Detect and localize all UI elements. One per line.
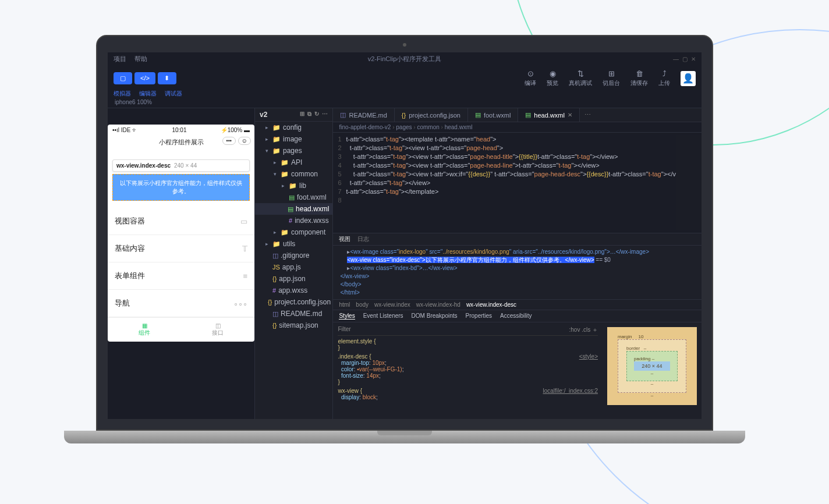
phone-status-time: 10:01 <box>172 127 186 133</box>
file-node-head.wxml[interactable]: ▤head.wxml <box>255 203 332 215</box>
devtools-tab-elements[interactable]: 视图 <box>339 235 350 243</box>
list-item[interactable]: 视图容器▭ <box>108 208 254 235</box>
file-node-.gitignore[interactable]: ◫.gitignore <box>255 250 332 261</box>
close-icon[interactable]: ✕ <box>691 56 696 62</box>
md-icon: ◫ <box>272 252 278 260</box>
inspect-tab-accessibility[interactable]: Accessibility <box>500 313 532 320</box>
styles-hov-cls[interactable]: :hov .cls ＋ <box>569 326 598 334</box>
editor-tab-project.config.json[interactable]: {}project.config.json <box>395 108 468 122</box>
toolbar-icon: ◉ <box>550 69 556 78</box>
toolbar-simulator-button[interactable]: ▢ <box>114 72 132 84</box>
dom-crumb-item[interactable]: body <box>356 301 369 308</box>
toolbar-debugger-button[interactable]: ⬍ <box>158 72 176 84</box>
devtools-panel: 视图 日志 ▸<wx-image class="index-logo" src=… <box>333 233 702 419</box>
devtools-tab-console[interactable]: 日志 <box>357 235 369 243</box>
md-icon: ◫ <box>340 111 346 119</box>
phone-tab-组件[interactable]: ▦组件 <box>108 318 181 342</box>
laptop-frame: 项目 帮助 v2-FinClip小程序开发工具 — ▢ ✕ ▢ </> ⬍ ⊙编… <box>96 35 713 443</box>
wxml-icon: ▤ <box>288 205 293 213</box>
menu-help[interactable]: 帮助 <box>134 55 147 63</box>
close-tab-icon[interactable]: ✕ <box>568 112 572 118</box>
toolbar-editor-label: 编辑器 <box>139 90 157 98</box>
folder-icon: 📁 <box>281 159 289 166</box>
inspect-tab-styles[interactable]: Styles <box>339 313 355 320</box>
file-node-project.config.json[interactable]: {}project.config.json <box>255 296 332 308</box>
editor-tab-head.wxml[interactable]: ▤head.wxml✕ <box>518 108 580 122</box>
menu-project[interactable]: 项目 <box>114 55 126 63</box>
editor-tab-foot.wxml[interactable]: ▤foot.wxml <box>468 108 518 122</box>
file-node-index.wxss[interactable]: #index.wxss <box>255 215 332 226</box>
window-title: v2-FinClip小程序开发工具 <box>368 55 442 63</box>
laptop-base <box>64 431 745 443</box>
inspect-tab-properties[interactable]: Properties <box>466 313 493 320</box>
editor-panel: ◫README.md{}project.config.json▤foot.wxm… <box>333 108 702 419</box>
dom-crumb-item[interactable]: wx-view.index-desc <box>466 301 516 308</box>
list-item[interactable]: 基础内容𝕋 <box>108 235 254 262</box>
inspect-tab-dom-breakpoints[interactable]: DOM Breakpoints <box>412 313 458 320</box>
phone-preview: ••ıl IDE ᯤ 10:01 ⚡100% ▬ 小程序组件展示 ••• ⊙ <box>108 125 254 342</box>
file-explorer: v2 ⊞⧉↻⋯ ▸📁config▸📁image▾📁pages▸📁API▾📁com… <box>254 108 333 419</box>
tree-action-icon[interactable]: ⧉ <box>307 111 311 119</box>
dom-crumb-item[interactable]: wx-view.index-hd <box>416 301 460 308</box>
wxss-icon: # <box>272 287 276 294</box>
inspect-tooltip: wx-view.index-desc240 × 44 <box>112 159 250 172</box>
list-item[interactable]: 表单组件≡ <box>108 262 254 290</box>
tree-action-icon[interactable]: ⋯ <box>322 111 328 119</box>
wxml-icon: ▤ <box>525 111 531 119</box>
toolbar-清缓存[interactable]: 🗑清缓存 <box>630 69 648 87</box>
file-node-pages[interactable]: ▾📁pages <box>255 145 332 157</box>
editor-tab-README.md[interactable]: ◫README.md <box>333 108 394 122</box>
folder-icon: 📁 <box>272 147 281 155</box>
toolbar-预览[interactable]: ◉预览 <box>547 69 558 87</box>
page-title: 小程序组件展示 ••• ⊙ <box>108 136 254 149</box>
phone-tab-接口[interactable]: ◫接口 <box>181 318 254 342</box>
file-node-app.json[interactable]: {}app.json <box>255 273 332 285</box>
file-node-README.md[interactable]: ◫README.md <box>255 308 332 320</box>
capsule-close-icon[interactable]: ⊙ <box>238 137 251 145</box>
file-node-component[interactable]: ▸📁component <box>255 226 332 238</box>
dom-tree[interactable]: ▸<wx-image class="index-logo" src="../re… <box>333 246 702 299</box>
dom-crumb-item[interactable]: wx-view.index <box>374 301 410 308</box>
file-node-app.js[interactable]: JSapp.js <box>255 261 332 273</box>
folder-icon: 📁 <box>272 136 281 143</box>
folder-icon: 📁 <box>272 240 281 248</box>
styles-filter-input[interactable]: Filter <box>338 326 350 334</box>
maximize-icon[interactable]: ▢ <box>682 56 688 62</box>
avatar[interactable]: 👤 <box>681 71 696 86</box>
project-root[interactable]: v2 <box>260 111 267 119</box>
phone-status-right: ⚡100% ▬ <box>221 127 250 133</box>
file-node-config[interactable]: ▸📁config <box>255 122 332 133</box>
toolbar-上传[interactable]: ⤴上传 <box>658 69 670 87</box>
md-icon: ◫ <box>272 310 278 318</box>
file-node-API[interactable]: ▸📁API <box>255 157 332 168</box>
phone-status-left: ••ıl IDE ᯤ <box>112 127 138 133</box>
tab-overflow-icon[interactable]: ⋯ <box>580 108 596 122</box>
toolbar-切后台[interactable]: ⊞切后台 <box>603 69 620 87</box>
list-item[interactable]: 导航∘∘∘ <box>108 290 254 317</box>
tree-action-icon[interactable]: ↻ <box>314 111 319 119</box>
minimap[interactable] <box>676 135 702 230</box>
chevron-icon: ∘∘∘ <box>233 299 247 308</box>
json-icon: {} <box>268 299 272 306</box>
file-node-utils[interactable]: ▸📁utils <box>255 238 332 250</box>
inspect-tab-event-listeners[interactable]: Event Listeners <box>363 313 403 320</box>
minimize-icon[interactable]: — <box>673 56 679 62</box>
file-node-image[interactable]: ▸📁image <box>255 133 332 145</box>
code-editor[interactable]: 12345678 t-attr">class="t-tag"><template… <box>333 133 702 233</box>
styles-pane[interactable]: Filter :hov .cls ＋ element.style { } <st… <box>333 322 603 419</box>
file-node-lib[interactable]: ▸📁lib <box>255 180 332 191</box>
file-node-app.wxss[interactable]: #app.wxss <box>255 285 332 296</box>
file-node-foot.wxml[interactable]: ▤foot.wxml <box>255 191 332 203</box>
toolbar-编译[interactable]: ⊙编译 <box>525 69 536 87</box>
dom-crumb-item[interactable]: html <box>339 301 350 308</box>
wxml-icon: ▤ <box>289 194 295 201</box>
file-node-sitemap.json[interactable]: {}sitemap.json <box>255 320 332 331</box>
capsule-menu-icon[interactable]: ••• <box>222 137 236 145</box>
file-node-common[interactable]: ▾📁common <box>255 168 332 180</box>
toolbar-icon: ⇅ <box>578 69 584 78</box>
toolbar-editor-button[interactable]: </> <box>134 72 155 84</box>
toolbar-真机调试[interactable]: ⇅真机调试 <box>569 69 592 87</box>
tree-action-icon[interactable]: ⊞ <box>300 111 304 119</box>
highlighted-element[interactable]: 以下将展示小程序官方组件能力，组件样式仅供参考。 <box>112 174 250 201</box>
chevron-icon: ≡ <box>243 272 247 281</box>
